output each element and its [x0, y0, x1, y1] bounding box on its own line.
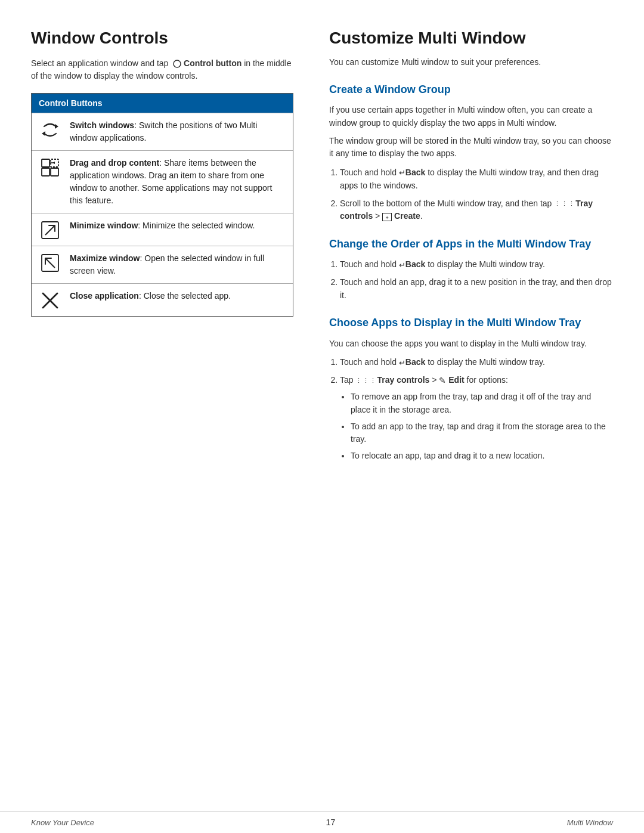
choose-apps-title: Choose Apps to Display in the Multi Wind…: [329, 316, 613, 330]
control-buttons-table: Control Buttons Switch windows: Switch t…: [31, 93, 293, 317]
table-row: Close application: Close the selected ap…: [32, 283, 293, 316]
footer-right-label: Multi Window: [567, 818, 613, 827]
svg-line-11: [45, 225, 55, 235]
maximize-icon: [39, 252, 61, 272]
change-order-title: Change the Order of Apps in the Multi Wi…: [329, 237, 613, 251]
maximize-desc: Maximize window: Open the selected windo…: [70, 252, 286, 277]
choose-apps-bullets: To remove an app from the tray, tap and …: [351, 391, 613, 462]
left-intro: Select an application window and tap Con…: [31, 57, 293, 82]
minimize-desc: Minimize window: Minimize the selected w…: [70, 219, 286, 232]
drag-drop-icon: [39, 157, 61, 177]
footer-page-number: 17: [326, 817, 336, 827]
minimize-icon: [39, 219, 61, 240]
svg-rect-3: [42, 159, 49, 167]
svg-line-13: [45, 258, 55, 268]
bullet-item: To remove an app from the tray, tap and …: [351, 391, 613, 416]
page-footer: Know Your Device 17 Multi Window: [0, 811, 644, 833]
list-item: Touch and hold an app, drag it to a new …: [340, 276, 613, 302]
svg-rect-5: [42, 168, 49, 176]
choose-apps-para: You can choose the apps you want to disp…: [329, 337, 613, 351]
create-para-1: If you use certain apps together in Mult…: [329, 104, 613, 129]
right-title: Customize Multi Window: [329, 29, 613, 48]
switch-icon: [39, 119, 61, 140]
list-item: Touch and hold ↵Back to display the Mult…: [340, 166, 613, 192]
page-container: Window Controls Select an application wi…: [0, 0, 644, 833]
close-desc: Close application: Close the selected ap…: [70, 290, 286, 302]
change-order-list: Touch and hold ↵Back to display the Mult…: [340, 258, 613, 302]
left-title: Window Controls: [31, 29, 293, 48]
create-para-2: The window group will be stored in the M…: [329, 135, 613, 160]
section-choose-apps: Choose Apps to Display in the Multi Wind…: [329, 316, 613, 462]
table-header: Control Buttons: [32, 94, 293, 113]
footer-left-label: Know Your Device: [31, 818, 94, 827]
svg-marker-1: [55, 124, 58, 129]
section-create-window-group: Create a Window Group If you use certain…: [329, 83, 613, 223]
choose-apps-list: Touch and hold ↵Back to display the Mult…: [340, 356, 613, 462]
list-item: Touch and hold ↵Back to display the Mult…: [340, 258, 613, 271]
create-window-group-list: Touch and hold ↵Back to display the Mult…: [340, 166, 613, 223]
close-icon: [39, 290, 61, 310]
left-column: Window Controls Select an application wi…: [31, 29, 293, 787]
list-item: Scroll to the bottom of the Multi window…: [340, 197, 613, 223]
list-item: Tap ⋮⋮⋮Tray controls > ✎ Edit for option…: [340, 374, 613, 463]
section-change-order: Change the Order of Apps in the Multi Wi…: [329, 237, 613, 302]
create-window-group-title: Create a Window Group: [329, 83, 613, 97]
svg-point-0: [174, 60, 181, 67]
right-intro: You can customize Multi window to suit y…: [329, 56, 613, 69]
choose-apps-body: You can choose the apps you want to disp…: [329, 337, 613, 351]
table-row: Minimize window: Minimize the selected w…: [32, 213, 293, 246]
svg-rect-6: [51, 168, 58, 176]
table-row: Switch windows: Switch the positions of …: [32, 113, 293, 150]
svg-marker-2: [42, 131, 45, 136]
table-row: Maximize window: Open the selected windo…: [32, 246, 293, 283]
drag-drop-desc: Drag and drop content: Share items betwe…: [70, 157, 286, 207]
main-content: Window Controls Select an application wi…: [0, 0, 644, 811]
table-row: Drag and drop content: Share items betwe…: [32, 150, 293, 213]
bullet-item: To add an app to the tray, tap and drag …: [351, 420, 613, 446]
bullet-item: To relocate an app, tap and drag it to a…: [351, 450, 613, 463]
create-window-group-body: If you use certain apps together in Mult…: [329, 104, 613, 160]
right-column: Customize Multi Window You can customize…: [317, 29, 613, 787]
switch-desc: Switch windows: Switch the positions of …: [70, 119, 286, 144]
list-item: Touch and hold ↵Back to display the Mult…: [340, 356, 613, 369]
